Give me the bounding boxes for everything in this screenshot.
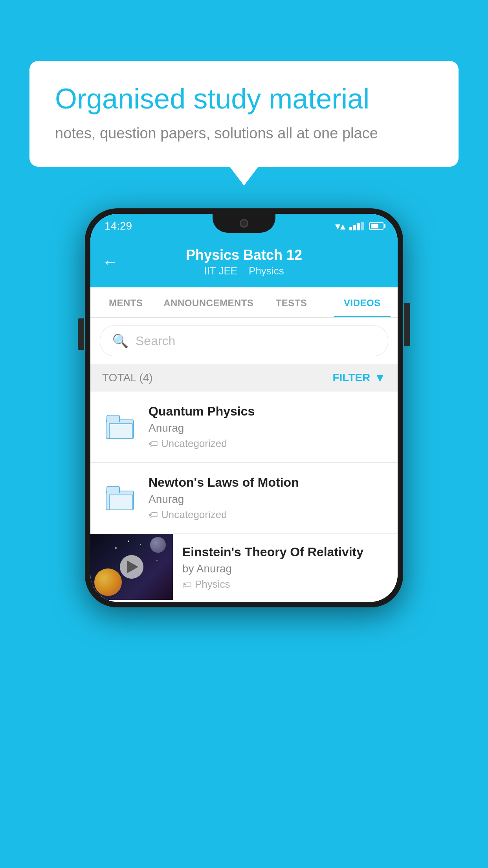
tag-icon-1: 🏷 bbox=[149, 438, 158, 449]
wifi-icon: ▾▴ bbox=[335, 220, 345, 232]
tag-icon-3: 🏷 bbox=[182, 579, 192, 590]
tag-label-3: Physics bbox=[195, 578, 230, 590]
folder-front-1 bbox=[109, 423, 133, 439]
filter-icon: ▼ bbox=[374, 371, 386, 384]
tab-ments[interactable]: MENTS bbox=[90, 287, 161, 317]
search-bar[interactable]: 🔍 Search bbox=[100, 326, 388, 356]
list-item[interactable]: Newton's Laws of Motion Anurag 🏷 Uncateg… bbox=[90, 463, 398, 534]
video-title: Einstein's Theory Of Relativity bbox=[182, 545, 388, 559]
item-title-2: Newton's Laws of Motion bbox=[149, 475, 386, 490]
tab-videos[interactable]: VIDEOS bbox=[327, 287, 398, 317]
planet-decoration bbox=[94, 568, 122, 596]
status-icons: ▾▴ bbox=[335, 220, 383, 232]
status-time: 14:29 bbox=[105, 220, 132, 232]
play-triangle-icon bbox=[127, 561, 138, 573]
folder-icon-2 bbox=[106, 486, 134, 510]
subtitle-part2: Physics bbox=[249, 265, 284, 277]
phone-screen: 14:29 ▾▴ bbox=[90, 214, 398, 602]
signal-bar-2 bbox=[353, 225, 356, 230]
header-title: Physics Batch 12 bbox=[186, 247, 302, 263]
video-info: Einstein's Theory Of Relativity by Anura… bbox=[173, 534, 398, 601]
signal-bar-3 bbox=[357, 223, 360, 230]
phone-outer: 14:29 ▾▴ bbox=[85, 208, 403, 607]
filter-button[interactable]: FILTER ▼ bbox=[332, 371, 386, 384]
tag-label-1: Uncategorized bbox=[161, 438, 227, 450]
item-info-1: Quantum Physics Anurag 🏷 Uncategorized bbox=[149, 404, 386, 450]
app-header: ← Physics Batch 12 IIT JEE Physics bbox=[90, 238, 398, 287]
signal-bar-1 bbox=[349, 227, 352, 230]
search-icon: 🔍 bbox=[112, 333, 128, 349]
folder-front-2 bbox=[109, 495, 133, 510]
tag-icon-2: 🏷 bbox=[149, 509, 158, 520]
video-tag: 🏷 Physics bbox=[182, 578, 388, 590]
filter-bar: TOTAL (4) FILTER ▼ bbox=[90, 364, 398, 392]
signal-bars bbox=[349, 222, 364, 230]
phone-mockup: 14:29 ▾▴ bbox=[85, 208, 403, 607]
signal-bar-4 bbox=[361, 222, 364, 230]
search-container: 🔍 Search bbox=[90, 318, 398, 364]
item-info-2: Newton's Laws of Motion Anurag 🏷 Uncateg… bbox=[149, 475, 386, 521]
item-author-2: Anurag bbox=[149, 493, 386, 506]
notch bbox=[213, 214, 275, 233]
search-placeholder: Search bbox=[136, 334, 175, 348]
tab-bar: MENTS ANNOUNCEMENTS TESTS VIDEOS bbox=[90, 287, 398, 318]
video-author: by Anurag bbox=[182, 563, 388, 575]
video-thumbnail bbox=[90, 534, 173, 600]
battery-icon bbox=[369, 222, 383, 230]
subtitle-part1: IIT JEE bbox=[204, 265, 237, 277]
header-title-group: Physics Batch 12 IIT JEE Physics bbox=[186, 247, 302, 277]
bubble-subtitle: notes, question papers, solutions all at… bbox=[55, 124, 433, 143]
camera bbox=[240, 219, 248, 228]
item-title-1: Quantum Physics bbox=[149, 404, 386, 419]
list-item[interactable]: Quantum Physics Anurag 🏷 Uncategorized bbox=[90, 392, 398, 463]
item-tag-1: 🏷 Uncategorized bbox=[149, 438, 386, 450]
header-subtitle: IIT JEE Physics bbox=[186, 265, 302, 277]
item-icon-2 bbox=[102, 486, 138, 510]
item-tag-2: 🏷 Uncategorized bbox=[149, 509, 386, 521]
total-count: TOTAL (4) bbox=[102, 371, 153, 384]
list-item-video[interactable]: Einstein's Theory Of Relativity by Anura… bbox=[90, 534, 398, 602]
tab-tests[interactable]: TESTS bbox=[256, 287, 327, 317]
list-container: Quantum Physics Anurag 🏷 Uncategorized bbox=[90, 392, 398, 602]
speech-bubble: Organised study material notes, question… bbox=[29, 61, 459, 167]
back-button[interactable]: ← bbox=[102, 253, 118, 271]
planet-small bbox=[150, 537, 166, 553]
folder-icon-1 bbox=[106, 415, 134, 439]
item-author-1: Anurag bbox=[149, 422, 386, 434]
tab-announcements[interactable]: ANNOUNCEMENTS bbox=[161, 287, 256, 317]
filter-label: FILTER bbox=[332, 371, 370, 384]
bubble-title: Organised study material bbox=[55, 83, 433, 115]
tag-label-2: Uncategorized bbox=[161, 509, 227, 521]
battery-fill bbox=[371, 224, 378, 228]
speech-bubble-card: Organised study material notes, question… bbox=[29, 61, 459, 167]
item-icon-1 bbox=[102, 415, 138, 439]
status-bar: 14:29 ▾▴ bbox=[90, 214, 398, 238]
play-button[interactable] bbox=[120, 555, 143, 579]
